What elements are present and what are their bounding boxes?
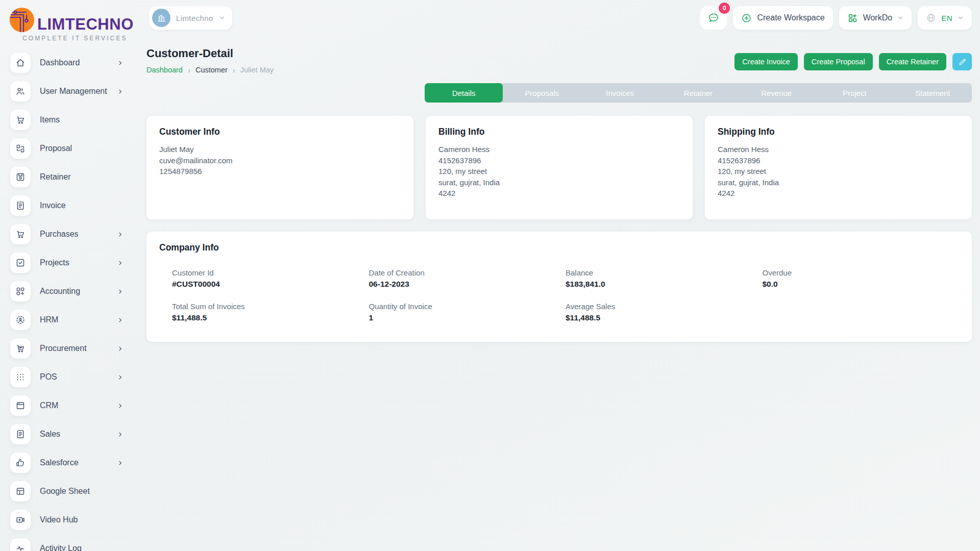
sidebar-item-user-management[interactable]: User Management: [0, 77, 134, 106]
sidebar-item-projects[interactable]: Projects: [0, 248, 134, 277]
messages-badge: 0: [719, 3, 730, 14]
shipping-info-card: Shipping InfoCameron Hess4152637896120, …: [705, 116, 972, 219]
tab-statement[interactable]: Statement: [894, 83, 972, 103]
home-icon: [10, 53, 31, 73]
chevron-right-icon: [117, 288, 124, 295]
page-actions: Create InvoiceCreate ProposalCreate Reta…: [734, 53, 972, 70]
sidebar-item-video-hub[interactable]: Video Hub: [0, 506, 134, 534]
stat-label: Total Sum of Invoices: [172, 302, 369, 311]
chevron-right-icon: [117, 260, 124, 266]
language-selector[interactable]: EN: [918, 6, 972, 30]
create-workspace-label: Create Workspace: [757, 13, 824, 22]
main-content: Customer-Detail Dashboard›Customer›Julie…: [134, 37, 980, 551]
tab-details[interactable]: Details: [425, 83, 503, 103]
tab-proposals[interactable]: Proposals: [503, 83, 581, 103]
info-line: 1254879856: [159, 166, 401, 177]
sidebar-item-pos[interactable]: POS: [0, 363, 134, 391]
plus-circle-icon: [741, 13, 752, 23]
workspace-avatar: [152, 9, 170, 27]
cart-icon: [10, 224, 31, 244]
create-retainer-button[interactable]: Create Retainer: [879, 53, 946, 70]
stat-label: Quantity of Invoice: [369, 302, 566, 311]
sidebar-item-procurement[interactable]: Procurement: [0, 334, 134, 363]
chevron-right-icon: [117, 231, 124, 238]
stat-value: $0.0: [763, 280, 960, 289]
workspace-selector[interactable]: Limtechno: [149, 6, 232, 30]
sidebar-item-retainer[interactable]: Retainer: [0, 163, 134, 191]
tab-revenue[interactable]: Revenue: [738, 83, 816, 103]
create-workspace-button[interactable]: Create Workspace: [733, 6, 832, 30]
sidebar-item-dashboard[interactable]: Dashboard: [0, 48, 134, 77]
billing-info-card: Billing InfoCameron Hess4152637896120, m…: [426, 116, 693, 219]
card-title: Billing Info: [438, 127, 680, 137]
file-text-icon: [10, 424, 31, 444]
create-invoice-button[interactable]: Create Invoice: [734, 53, 798, 70]
breadcrumb-item-juliet-may: Juliet May: [240, 66, 274, 74]
sidebar-item-proposal[interactable]: Proposal: [0, 134, 134, 163]
sidebar-item-crm[interactable]: CRM: [0, 391, 134, 420]
workspace-name: Limtechno: [176, 14, 213, 22]
video-icon: [10, 510, 31, 530]
sidebar-item-label: Dashboard: [40, 58, 117, 67]
chevron-right-icon: [117, 403, 124, 409]
sidebar-item-invoice[interactable]: Invoice: [0, 191, 134, 220]
swap-boxes-icon: [10, 138, 31, 159]
stat-label: Average Sales: [566, 302, 763, 311]
card-title: Shipping Info: [718, 127, 959, 137]
create-proposal-button[interactable]: Create Proposal: [804, 53, 873, 70]
tab-invoices[interactable]: Invoices: [581, 83, 659, 103]
stat-date-of-creation: Date of Creation06-12-2023: [369, 268, 566, 289]
info-line: 4152637896: [438, 155, 680, 166]
tab-retainer[interactable]: Retainer: [659, 83, 737, 103]
edit-customer-button[interactable]: [952, 53, 972, 70]
language-code: EN: [941, 14, 952, 22]
chevron-right-icon: [117, 88, 124, 95]
customer-info-card: Customer InfoJuliet Maycuve@mailinator.c…: [146, 116, 413, 219]
brand-tagline: COMPLETE IT SERVICES: [22, 35, 128, 42]
sidebar-item-label: Video Hub: [40, 515, 124, 524]
sidebar-item-activity-log[interactable]: Activity Log: [0, 534, 134, 551]
sidebar-item-label: Invoice: [40, 201, 124, 210]
sidebar-item-label: Accounting: [40, 287, 117, 296]
sidebar-item-label: Proposal: [40, 144, 124, 153]
sidebar-item-sales[interactable]: Sales: [0, 420, 134, 448]
chevron-down-icon: [897, 15, 903, 21]
company-info-card: Company Info Customer Id#CUST00004Date o…: [146, 232, 972, 342]
info-cards-row: Customer InfoJuliet Maycuve@mailinator.c…: [146, 116, 972, 219]
sidebar-item-hrm[interactable]: HRM: [0, 306, 134, 334]
info-line: Cameron Hess: [718, 144, 959, 155]
card-title: Company Info: [159, 242, 959, 253]
sidebar-menu: DashboardUser ManagementItemsProposalRet…: [0, 48, 134, 551]
chevron-right-icon: [117, 431, 124, 438]
sidebar-item-items[interactable]: Items: [0, 106, 134, 134]
browser-icon: [10, 395, 31, 416]
card-title: Customer Info: [159, 127, 401, 137]
sidebar-item-label: Purchases: [40, 230, 117, 239]
check-square-icon: [10, 253, 31, 273]
chat-icon: [707, 12, 720, 24]
chevron-right-icon: [117, 317, 124, 323]
pencil-icon: [958, 58, 967, 66]
tab-project[interactable]: Project: [816, 83, 894, 103]
stat-value: $11,488.5: [172, 313, 369, 322]
stat-label: Customer Id: [172, 268, 369, 277]
page-header: Customer-Detail Dashboard›Customer›Julie…: [146, 44, 972, 74]
sidebar-item-label: User Management: [40, 87, 117, 96]
sidebar-item-purchases[interactable]: Purchases: [0, 220, 134, 248]
sidebar-item-label: Items: [40, 115, 124, 124]
sidebar-item-salesforce[interactable]: Salesforce: [0, 448, 134, 477]
breadcrumb-separator: ›: [188, 66, 190, 74]
workdo-label: WorkDo: [863, 13, 893, 22]
breadcrumb-item-dashboard[interactable]: Dashboard: [146, 66, 183, 74]
sidebar-item-label: Sales: [40, 430, 117, 439]
messages-button[interactable]: 0: [700, 6, 727, 30]
sidebar-item-accounting[interactable]: Accounting: [0, 277, 134, 306]
file-text-icon: [10, 195, 31, 216]
stat-average-sales: Average Sales$11,488.5: [566, 302, 763, 322]
sidebar-item-google-sheet[interactable]: Google Sheet: [0, 477, 134, 506]
sidebar-item-label: Retainer: [40, 172, 124, 182]
sidebar: LIMTECHNO COMPLETE IT SERVICES Dashboard…: [0, 0, 134, 551]
workdo-apps-button[interactable]: WorkDo: [839, 6, 912, 30]
stat-quantity-of-invoice: Quantity of Invoice1: [369, 302, 566, 322]
brand-logo-icon: [9, 7, 35, 33]
